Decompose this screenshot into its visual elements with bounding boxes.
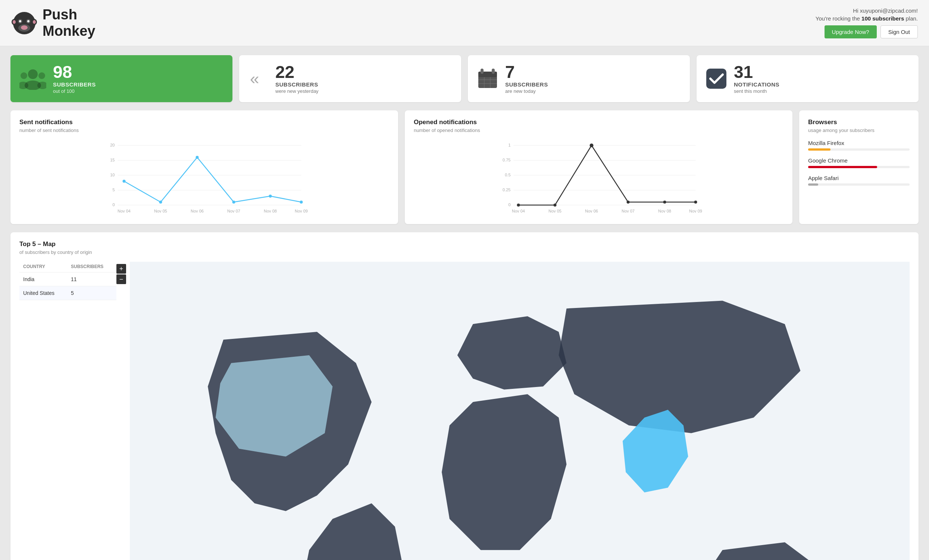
- opened-notifications-panel: Opened notifications number of opened no…: [405, 110, 793, 224]
- map-country-cell: United States: [19, 286, 67, 300]
- safari-bar: [808, 184, 818, 186]
- bottom-row: Top 5 – Map of subscribers by country of…: [11, 232, 918, 560]
- browsers-panel: Browsers usage among your subscribers Mo…: [799, 110, 918, 224]
- signout-button[interactable]: Sign Out: [880, 25, 918, 38]
- svg-text:Nov 09: Nov 09: [295, 209, 308, 213]
- stat-cards-row: 98 SUBSCRIBERS out of 100 « 22 SUBSCRIBE…: [11, 55, 918, 102]
- notifications-sublabel: sent this month: [734, 88, 910, 94]
- checkmark-icon: [705, 68, 727, 89]
- chrome-bar: [808, 166, 877, 168]
- opened-title: Opened notifications: [414, 119, 783, 126]
- browsers-subtitle: usage among your subscribers: [808, 127, 910, 133]
- chrome-label: Google Chrome: [808, 158, 910, 164]
- map-inner: COUNTRY SUBSCRIBERS India11United States…: [19, 262, 910, 560]
- svg-point-61: [590, 144, 593, 147]
- logo-icon: [11, 10, 37, 36]
- svg-point-11: [28, 69, 38, 79]
- map-country-cell: India: [19, 272, 67, 286]
- svg-point-15: [38, 72, 45, 79]
- today-label: SUBSCRIBERS: [505, 81, 681, 87]
- opened-subtitle: number of opened notifications: [414, 127, 783, 133]
- stat-card-yesterday: « 22 SUBSCRIBERS were new yesterday: [239, 55, 461, 102]
- svg-point-39: [196, 156, 199, 159]
- svg-point-60: [554, 203, 556, 207]
- browser-item-firefox: Mozilla Firefox: [808, 140, 910, 151]
- today-count: 7: [505, 63, 681, 81]
- svg-text:Nov 06: Nov 06: [191, 209, 204, 213]
- svg-point-5: [27, 20, 29, 22]
- stat-card-notifications: 31 NOTIFICATIONS sent this month: [697, 55, 918, 102]
- map-panel: Top 5 – Map of subscribers by country of…: [11, 232, 918, 560]
- svg-rect-20: [481, 69, 483, 74]
- svg-text:Nov 07: Nov 07: [622, 209, 635, 213]
- map-subtitle: of subscribers by country of origin: [19, 249, 910, 255]
- today-sublabel: are new today: [505, 88, 681, 94]
- logo-text: Push Monkey: [43, 7, 95, 39]
- main-content: 98 SUBSCRIBERS out of 100 « 22 SUBSCRIBE…: [0, 46, 929, 560]
- upgrade-button[interactable]: Upgrade Now?: [825, 25, 877, 38]
- opened-chart: 0 0.25 0.5 0.75 1: [414, 140, 783, 214]
- svg-text:Nov 07: Nov 07: [227, 209, 240, 213]
- svg-text:10: 10: [110, 173, 115, 177]
- stat-card-4-text: 31 NOTIFICATIONS sent this month: [734, 63, 910, 94]
- yesterday-sublabel: were new yesterday: [275, 88, 452, 94]
- header: Push Monkey Hi xuyuponi@zipcad.com! You'…: [0, 0, 929, 46]
- browsers-title: Browsers: [808, 119, 910, 126]
- svg-point-9: [13, 20, 16, 24]
- header-right: Hi xuyuponi@zipcad.com! You're rocking t…: [816, 8, 918, 38]
- svg-text:0.25: 0.25: [503, 188, 510, 192]
- map-title: Top 5 – Map: [19, 240, 910, 248]
- svg-text:0.75: 0.75: [503, 158, 510, 162]
- svg-text:Nov 04: Nov 04: [118, 209, 130, 213]
- svg-text:Nov 05: Nov 05: [154, 209, 167, 213]
- svg-point-6: [21, 25, 28, 30]
- map-count-cell: 5: [67, 286, 117, 300]
- svg-text:15: 15: [110, 158, 115, 162]
- double-arrow-icon: «: [248, 69, 268, 89]
- sent-title: Sent notifications: [19, 119, 389, 126]
- safari-label: Apple Safari: [808, 175, 910, 181]
- map-zoom-in[interactable]: +: [117, 264, 126, 274]
- svg-point-41: [269, 194, 272, 197]
- firefox-bar: [808, 148, 831, 151]
- svg-text:5: 5: [112, 188, 115, 192]
- col-subscribers: SUBSCRIBERS: [67, 262, 117, 272]
- sent-notifications-panel: Sent notifications number of sent notifi…: [11, 110, 398, 224]
- stat-card-subscribers: 98 SUBSCRIBERS out of 100: [11, 55, 232, 102]
- svg-text:0.5: 0.5: [505, 173, 510, 177]
- svg-point-64: [694, 200, 697, 203]
- map-svg-area: [130, 262, 910, 560]
- map-controls: + −: [117, 264, 126, 560]
- chrome-bar-bg: [808, 166, 910, 168]
- yesterday-count: 22: [275, 63, 452, 81]
- browser-item-safari: Apple Safari: [808, 175, 910, 186]
- svg-point-10: [33, 20, 36, 24]
- browser-item-chrome: Google Chrome: [808, 158, 910, 168]
- svg-text:Nov 04: Nov 04: [512, 209, 525, 213]
- world-map: [130, 262, 910, 560]
- stat-card-2-text: 22 SUBSCRIBERS were new yesterday: [275, 63, 452, 94]
- svg-point-13: [20, 72, 27, 79]
- yesterday-label: SUBSCRIBERS: [275, 81, 452, 87]
- safari-bar-bg: [808, 184, 910, 186]
- subscribers-label: SUBSCRIBERS: [53, 81, 224, 87]
- svg-point-63: [663, 200, 666, 203]
- map-zoom-out[interactable]: −: [117, 274, 126, 284]
- calendar-icon: [477, 68, 498, 89]
- stat-card-3-text: 7 SUBSCRIBERS are new today: [505, 63, 681, 94]
- header-greeting: Hi xuyuponi@zipcad.com!: [816, 8, 918, 14]
- svg-point-37: [123, 180, 126, 183]
- subscribers-sublabel: out of 100: [53, 88, 224, 94]
- svg-point-42: [300, 200, 303, 203]
- header-buttons: Upgrade Now? Sign Out: [816, 25, 918, 38]
- stat-card-today: 7 SUBSCRIBERS are new today: [468, 55, 690, 102]
- notifications-label: NOTIFICATIONS: [734, 81, 910, 87]
- svg-point-40: [232, 200, 235, 203]
- col-country: COUNTRY: [19, 262, 67, 272]
- logo: Push Monkey: [11, 7, 95, 39]
- svg-text:Nov 08: Nov 08: [264, 209, 277, 213]
- svg-rect-21: [492, 69, 495, 74]
- svg-point-59: [517, 203, 520, 207]
- svg-text:0: 0: [112, 202, 115, 207]
- charts-row: Sent notifications number of sent notifi…: [11, 110, 918, 224]
